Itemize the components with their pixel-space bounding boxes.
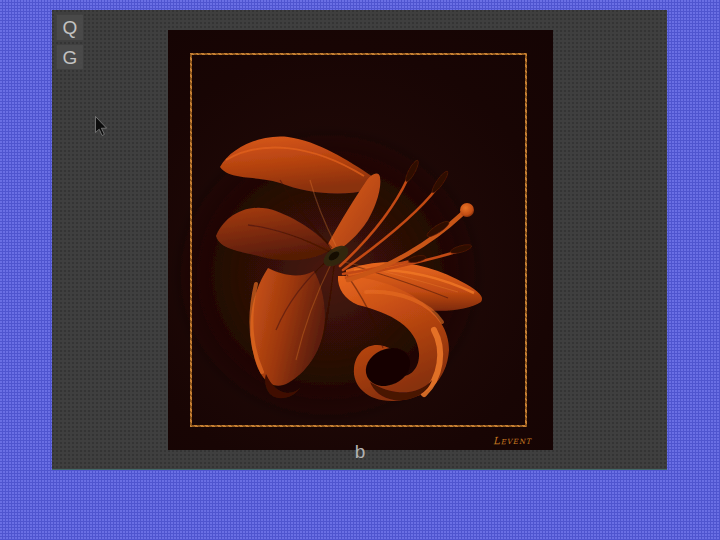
desktop: { "desktop": { "background_color": "#5a5… [0,0,720,540]
photo-canvas[interactable]: Levent [168,30,553,450]
image-caption: b [355,441,366,463]
viewer-window: Q G [52,10,667,470]
grab-button[interactable]: G [56,44,84,70]
quit-button[interactable]: Q [56,14,84,41]
lily-flower-image [168,30,553,450]
artist-signature: Levent [493,435,532,447]
